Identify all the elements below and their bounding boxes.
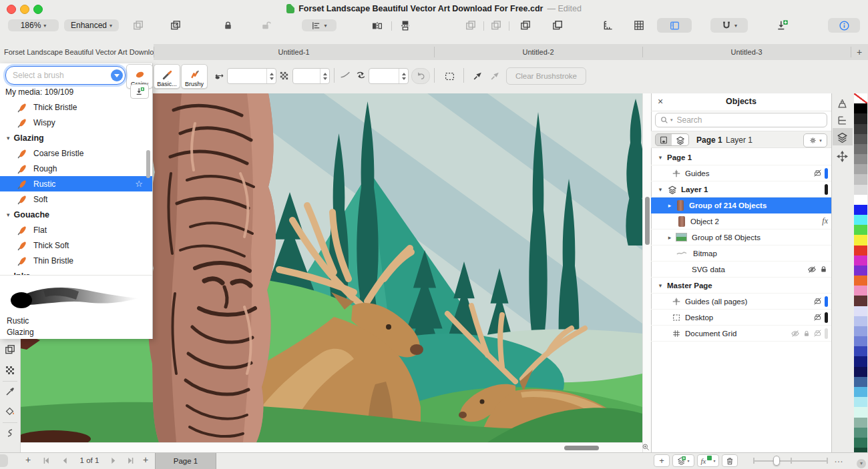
rotation-field[interactable] bbox=[369, 68, 409, 84]
brush-item-rustic-selected[interactable]: Rustic☆ bbox=[0, 176, 152, 191]
brush-item-thin-bristle[interactable]: Thin Bristle bbox=[0, 253, 152, 268]
layer-view-toggle[interactable] bbox=[672, 133, 689, 146]
color-swatch[interactable] bbox=[854, 286, 867, 296]
smoothing-icon[interactable] bbox=[339, 69, 351, 81]
page-sorter-tool-icon[interactable] bbox=[4, 344, 16, 356]
learn-docker-icon[interactable] bbox=[837, 98, 848, 109]
canvas-horizontal-scrollbar[interactable] bbox=[20, 442, 642, 452]
page-layout-toggle[interactable] bbox=[657, 18, 692, 33]
color-swatch[interactable] bbox=[854, 346, 867, 356]
page-1-tab[interactable]: Page 1 bbox=[155, 453, 216, 469]
mirror-horizontal-icon[interactable] bbox=[371, 20, 383, 31]
thumbnail-size-slider-thumb[interactable] bbox=[773, 456, 780, 466]
brush-item-wispy[interactable]: Wispy bbox=[0, 115, 152, 130]
reset-rotation-button[interactable] bbox=[411, 68, 430, 84]
fill-tool-icon[interactable] bbox=[5, 406, 15, 417]
brush-type-basic-button[interactable]: Basic... bbox=[154, 64, 180, 89]
unlock-icon[interactable] bbox=[260, 19, 271, 31]
brush-item-soft[interactable]: Soft bbox=[0, 191, 152, 207]
color-swatch[interactable] bbox=[854, 276, 867, 286]
color-swatch[interactable] bbox=[854, 225, 867, 235]
transparency-tool-icon[interactable] bbox=[5, 365, 15, 376]
color-swatch[interactable] bbox=[854, 174, 867, 184]
color-swatch[interactable] bbox=[854, 438, 867, 448]
arrange-to-back-icon[interactable] bbox=[490, 19, 502, 31]
layer-color-bar-gray[interactable] bbox=[825, 328, 828, 339]
disclosure-icon[interactable]: ▸ bbox=[666, 202, 673, 209]
color-swatch[interactable] bbox=[854, 356, 867, 366]
tree-row-svg-data[interactable]: SVG data bbox=[651, 262, 831, 278]
disclosure-icon[interactable]: ▾ bbox=[657, 282, 664, 289]
color-swatch[interactable] bbox=[854, 336, 867, 346]
smudge-tool-icon[interactable] bbox=[5, 428, 15, 438]
layer-color-bar-blue[interactable] bbox=[825, 296, 828, 307]
search-scope-chevron-icon[interactable]: ▾ bbox=[670, 117, 673, 123]
color-swatch[interactable] bbox=[854, 246, 867, 256]
more-options-button[interactable]: … bbox=[834, 454, 844, 464]
tree-row-bitmap[interactable]: Bitmap bbox=[651, 246, 831, 262]
tree-row-master-page[interactable]: ▾ Master Page bbox=[651, 278, 831, 294]
tree-row-guides[interactable]: Guides bbox=[651, 165, 831, 181]
get-more-icon[interactable] bbox=[776, 19, 789, 31]
remove-brushstroke-button[interactable] bbox=[486, 67, 503, 84]
new-effect-button[interactable]: fx ▾ bbox=[697, 454, 719, 467]
add-page-button[interactable]: + bbox=[25, 454, 31, 465]
view-mode-dropdown[interactable]: Enhanced▾ bbox=[64, 19, 119, 31]
tab-untitled-2[interactable]: Untitled-2 bbox=[434, 44, 642, 60]
stepper-buttons[interactable] bbox=[320, 69, 329, 83]
color-swatch[interactable] bbox=[854, 418, 867, 428]
color-swatch[interactable] bbox=[854, 397, 867, 407]
new-object-button[interactable]: + bbox=[654, 454, 670, 467]
print-disabled-icon[interactable] bbox=[813, 297, 822, 306]
disclosure-icon[interactable]: ▾ bbox=[657, 154, 664, 161]
layer-color-bar-black[interactable] bbox=[825, 184, 828, 195]
add-document-tab-button[interactable]: + bbox=[851, 44, 868, 60]
brush-item-rough[interactable]: Rough bbox=[0, 161, 152, 176]
objects-search-input[interactable] bbox=[676, 115, 827, 125]
drawer-handle[interactable] bbox=[0, 454, 8, 467]
clear-brushstroke-button[interactable]: Clear Brushstroke bbox=[506, 67, 586, 85]
tree-row-object-2[interactable]: Object 2 fx bbox=[651, 213, 831, 229]
zoom-level-dropdown[interactable]: 186%▾ bbox=[8, 19, 59, 31]
brush-item-coarse-bristle[interactable]: Coarse Bristle bbox=[0, 145, 152, 161]
palette-scroll-down-button[interactable]: ▾ bbox=[857, 459, 866, 468]
objects-search-field[interactable]: ▾ bbox=[655, 113, 827, 127]
inspectors-toggle[interactable] bbox=[828, 18, 860, 33]
color-swatch[interactable] bbox=[854, 256, 867, 266]
color-swatch[interactable] bbox=[854, 113, 867, 123]
arrange-forward-icon[interactable] bbox=[519, 19, 531, 31]
brush-group-inks[interactable]: ▸Inks bbox=[0, 268, 152, 275]
color-swatch[interactable] bbox=[854, 306, 867, 316]
horizontal-scroll-thumb[interactable] bbox=[564, 446, 599, 450]
rulers-icon[interactable] bbox=[602, 19, 614, 31]
nib-size-field[interactable] bbox=[227, 68, 276, 84]
delete-object-button[interactable] bbox=[722, 454, 738, 467]
tree-row-desktop[interactable]: Desktop bbox=[651, 310, 831, 326]
color-swatch[interactable] bbox=[854, 134, 867, 144]
stepper-buttons[interactable] bbox=[399, 69, 408, 83]
tab-untitled-1[interactable]: Untitled-1 bbox=[154, 44, 434, 60]
tree-row-page-1[interactable]: ▾ Page 1 bbox=[651, 149, 831, 165]
layer-options-dropdown[interactable]: ▾ bbox=[803, 133, 827, 147]
page-view-toggle[interactable] bbox=[655, 133, 672, 146]
effects-badge[interactable]: fx bbox=[822, 216, 828, 226]
brush-item-flat[interactable]: Flat bbox=[0, 222, 152, 238]
lock-icon[interactable] bbox=[222, 19, 234, 31]
zoom-corner-icon[interactable] bbox=[642, 443, 650, 452]
color-swatch[interactable] bbox=[854, 144, 867, 154]
tree-row-guides-all-pages[interactable]: Guides (all pages) bbox=[651, 294, 831, 310]
brush-item-thick-soft[interactable]: Thick Soft bbox=[0, 238, 152, 253]
color-swatch[interactable] bbox=[854, 185, 867, 195]
transform-docker-icon[interactable] bbox=[837, 151, 848, 162]
color-swatch[interactable] bbox=[854, 387, 867, 397]
arrange-to-front-icon[interactable] bbox=[465, 19, 477, 31]
color-swatch[interactable] bbox=[854, 164, 867, 174]
arrange-backward-icon[interactable] bbox=[552, 19, 564, 31]
alignment-dropdown[interactable]: ▾ bbox=[302, 19, 337, 31]
tree-row-document-grid[interactable]: Document Grid bbox=[651, 326, 831, 342]
properties-docker-icon[interactable] bbox=[837, 115, 848, 126]
tab-document[interactable]: Forset Landscape Beautiful Vector Art Do… bbox=[0, 44, 154, 60]
combobox-dropdown-button[interactable] bbox=[111, 69, 123, 81]
bounding-box-button[interactable] bbox=[439, 68, 459, 84]
tree-row-layer-1[interactable]: ▾ Layer 1 bbox=[651, 181, 831, 197]
